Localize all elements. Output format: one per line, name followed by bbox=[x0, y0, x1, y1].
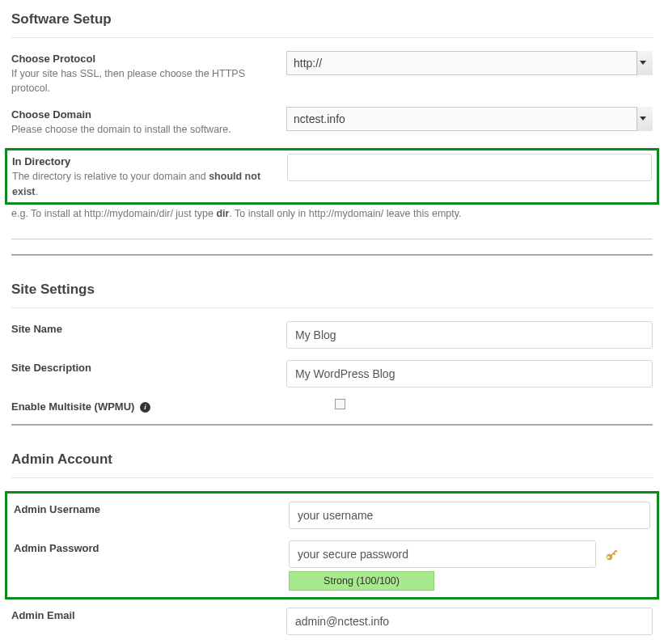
enable-multisite-row: Enable Multisite (WPMU) i bbox=[11, 399, 653, 413]
enable-multisite-label: Enable Multisite (WPMU) bbox=[11, 400, 134, 413]
admin-credentials-highlight: Admin Username Admin Password Stro bbox=[5, 491, 659, 600]
site-description-input[interactable] bbox=[286, 360, 653, 388]
password-strength-bar: Strong (100/100) bbox=[289, 571, 434, 591]
site-name-input[interactable] bbox=[286, 321, 653, 349]
choose-domain-select[interactable]: nctest.info bbox=[286, 107, 653, 131]
admin-password-row: Admin Password Strong (100/100) bbox=[14, 540, 650, 591]
admin-account-section: Admin Account Admin Username Admin Passw… bbox=[11, 440, 653, 644]
admin-password-label: Admin Password bbox=[14, 542, 273, 554]
choose-domain-hint: Please choose the domain to install the … bbox=[11, 124, 231, 135]
software-setup-section: Software Setup Choose Protocol If your s… bbox=[11, 0, 653, 270]
site-settings-title: Site Settings bbox=[11, 277, 653, 308]
admin-account-title: Admin Account bbox=[11, 447, 653, 478]
site-description-row: Site Description bbox=[11, 360, 653, 388]
admin-email-input[interactable] bbox=[286, 608, 653, 635]
site-name-label: Site Name bbox=[11, 323, 270, 335]
software-setup-title: Software Setup bbox=[11, 6, 653, 38]
choose-protocol-label: Choose Protocol bbox=[11, 53, 270, 65]
choose-protocol-row: Choose Protocol If your site has SSL, th… bbox=[11, 51, 653, 95]
section-divider-thick bbox=[11, 254, 653, 256]
admin-username-row: Admin Username bbox=[14, 502, 650, 529]
in-directory-hint-line2: e.g. To install at http://mydomain/dir/ … bbox=[11, 206, 653, 221]
admin-email-row: Admin Email bbox=[11, 608, 653, 635]
choose-domain-label: Choose Domain bbox=[11, 108, 270, 121]
site-settings-section: Site Settings Site Name Site Description… bbox=[11, 270, 653, 440]
key-icon[interactable] bbox=[604, 547, 619, 561]
choose-domain-select-wrap: nctest.info bbox=[286, 107, 653, 131]
choose-protocol-select-wrap: http:// bbox=[286, 51, 653, 75]
site-name-row: Site Name bbox=[11, 321, 653, 349]
admin-username-input[interactable] bbox=[289, 502, 650, 529]
enable-multisite-checkbox[interactable] bbox=[335, 399, 345, 409]
site-description-label: Site Description bbox=[11, 362, 270, 374]
in-directory-input[interactable] bbox=[287, 154, 652, 181]
admin-email-label: Admin Email bbox=[11, 609, 270, 621]
in-directory-label: In Directory bbox=[12, 155, 271, 167]
section-divider-thick bbox=[11, 424, 653, 426]
choose-protocol-hint: If your site has SSL, then please choose… bbox=[11, 68, 245, 94]
in-directory-hint-line1: The directory is relative to your domain… bbox=[12, 171, 260, 197]
in-directory-highlight: In Directory The directory is relative t… bbox=[5, 148, 659, 204]
admin-password-input[interactable] bbox=[289, 540, 596, 568]
section-divider bbox=[11, 239, 653, 239]
choose-domain-row: Choose Domain Please choose the domain t… bbox=[11, 107, 653, 137]
admin-username-label: Admin Username bbox=[14, 503, 273, 515]
choose-protocol-select[interactable]: http:// bbox=[286, 51, 653, 75]
info-icon[interactable]: i bbox=[140, 402, 150, 413]
